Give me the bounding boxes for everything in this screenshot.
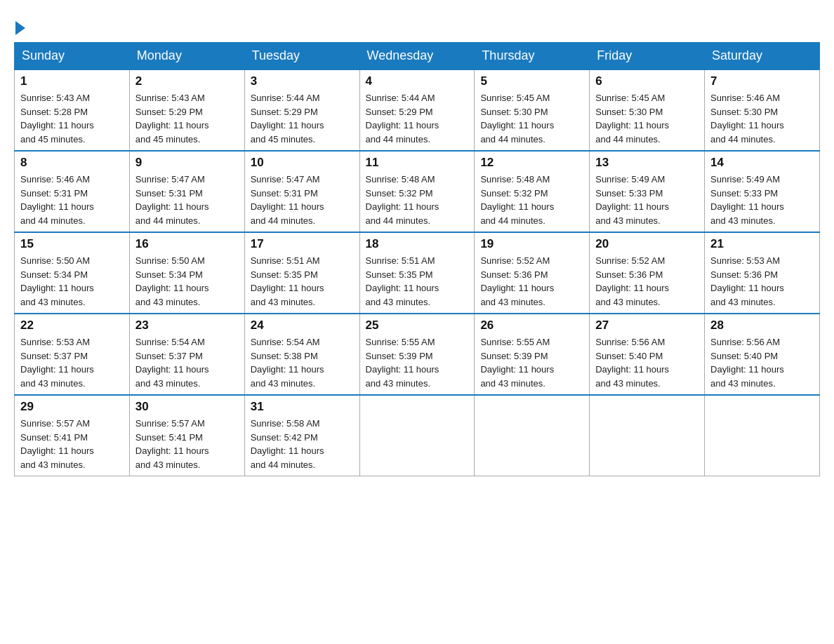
day-info: Sunrise: 5:44 AMSunset: 5:29 PMDaylight:… [366,91,469,146]
day-number: 3 [251,74,354,88]
day-info: Sunrise: 5:47 AMSunset: 5:31 PMDaylight:… [135,173,239,227]
day-info: Sunrise: 5:56 AMSunset: 5:40 PMDaylight:… [595,335,699,390]
calendar-cell [475,395,590,476]
weekday-header-monday: Monday [129,43,244,70]
day-info: Sunrise: 5:47 AMSunset: 5:31 PMDaylight:… [251,173,354,227]
calendar-cell: 23 Sunrise: 5:54 AMSunset: 5:37 PMDaylig… [129,314,244,395]
day-number: 20 [595,237,699,251]
page-header [14,14,820,35]
weekday-header-saturday: Saturday [705,43,820,70]
day-info: Sunrise: 5:57 AMSunset: 5:41 PMDaylight:… [20,417,124,471]
calendar-cell: 10 Sunrise: 5:47 AMSunset: 5:31 PMDaylig… [244,151,359,232]
day-info: Sunrise: 5:51 AMSunset: 5:35 PMDaylight:… [251,254,354,309]
calendar-cell: 11 Sunrise: 5:48 AMSunset: 5:32 PMDaylig… [359,151,475,232]
day-info: Sunrise: 5:55 AMSunset: 5:39 PMDaylight:… [366,335,469,390]
calendar-cell: 7 Sunrise: 5:46 AMSunset: 5:30 PMDayligh… [705,69,820,151]
calendar-cell [705,395,820,476]
day-number: 18 [366,237,469,251]
day-info: Sunrise: 5:54 AMSunset: 5:37 PMDaylight:… [135,335,239,390]
day-number: 14 [710,156,814,170]
calendar-cell: 18 Sunrise: 5:51 AMSunset: 5:35 PMDaylig… [359,232,475,314]
calendar-cell: 30 Sunrise: 5:57 AMSunset: 5:41 PMDaylig… [129,395,244,476]
calendar-week-row: 1 Sunrise: 5:43 AMSunset: 5:28 PMDayligh… [15,69,820,151]
calendar-cell: 20 Sunrise: 5:52 AMSunset: 5:36 PMDaylig… [590,232,705,314]
calendar-cell: 4 Sunrise: 5:44 AMSunset: 5:29 PMDayligh… [359,69,475,151]
day-info: Sunrise: 5:46 AMSunset: 5:30 PMDaylight:… [710,91,814,146]
day-number: 5 [480,74,583,88]
weekday-header-thursday: Thursday [475,43,590,70]
calendar-cell: 25 Sunrise: 5:55 AMSunset: 5:39 PMDaylig… [359,314,475,395]
day-number: 21 [710,237,814,251]
calendar-cell: 31 Sunrise: 5:58 AMSunset: 5:42 PMDaylig… [244,395,359,476]
calendar-cell: 17 Sunrise: 5:51 AMSunset: 5:35 PMDaylig… [244,232,359,314]
day-info: Sunrise: 5:51 AMSunset: 5:35 PMDaylight:… [366,254,469,309]
day-info: Sunrise: 5:56 AMSunset: 5:40 PMDaylight:… [710,335,814,390]
logo [14,14,25,35]
day-number: 17 [251,237,354,251]
calendar-cell: 28 Sunrise: 5:56 AMSunset: 5:40 PMDaylig… [705,314,820,395]
day-info: Sunrise: 5:52 AMSunset: 5:36 PMDaylight:… [595,254,699,309]
day-number: 19 [480,237,583,251]
calendar-cell: 8 Sunrise: 5:46 AMSunset: 5:31 PMDayligh… [15,151,130,232]
calendar-cell: 13 Sunrise: 5:49 AMSunset: 5:33 PMDaylig… [590,151,705,232]
calendar-cell: 3 Sunrise: 5:44 AMSunset: 5:29 PMDayligh… [244,69,359,151]
logo-general [14,21,25,35]
day-info: Sunrise: 5:43 AMSunset: 5:28 PMDaylight:… [20,91,124,146]
day-number: 26 [480,318,583,333]
day-number: 22 [20,318,124,333]
calendar-week-row: 8 Sunrise: 5:46 AMSunset: 5:31 PMDayligh… [15,151,820,232]
calendar-cell: 15 Sunrise: 5:50 AMSunset: 5:34 PMDaylig… [15,232,130,314]
day-info: Sunrise: 5:53 AMSunset: 5:37 PMDaylight:… [20,335,124,390]
calendar-cell: 16 Sunrise: 5:50 AMSunset: 5:34 PMDaylig… [129,232,244,314]
day-number: 2 [135,74,239,88]
day-info: Sunrise: 5:50 AMSunset: 5:34 PMDaylight:… [20,254,124,309]
calendar-cell: 6 Sunrise: 5:45 AMSunset: 5:30 PMDayligh… [590,69,705,151]
day-info: Sunrise: 5:49 AMSunset: 5:33 PMDaylight:… [710,173,814,227]
weekday-header-wednesday: Wednesday [359,43,475,70]
day-info: Sunrise: 5:54 AMSunset: 5:38 PMDaylight:… [251,335,354,390]
day-info: Sunrise: 5:44 AMSunset: 5:29 PMDaylight:… [251,91,354,146]
day-number: 31 [251,400,354,414]
day-info: Sunrise: 5:55 AMSunset: 5:39 PMDaylight:… [480,335,583,390]
day-number: 10 [251,156,354,170]
weekday-header-friday: Friday [590,43,705,70]
weekday-header-sunday: Sunday [15,43,130,70]
day-info: Sunrise: 5:52 AMSunset: 5:36 PMDaylight:… [480,254,583,309]
calendar-cell [359,395,475,476]
calendar-week-row: 29 Sunrise: 5:57 AMSunset: 5:41 PMDaylig… [15,395,820,476]
day-number: 4 [366,74,469,88]
day-number: 7 [710,74,814,88]
day-info: Sunrise: 5:43 AMSunset: 5:29 PMDaylight:… [135,91,239,146]
day-number: 1 [20,74,124,88]
day-info: Sunrise: 5:50 AMSunset: 5:34 PMDaylight:… [135,254,239,309]
day-number: 29 [20,400,124,414]
day-number: 15 [20,237,124,251]
calendar-week-row: 15 Sunrise: 5:50 AMSunset: 5:34 PMDaylig… [15,232,820,314]
calendar-cell: 21 Sunrise: 5:53 AMSunset: 5:36 PMDaylig… [705,232,820,314]
calendar-cell: 22 Sunrise: 5:53 AMSunset: 5:37 PMDaylig… [15,314,130,395]
day-info: Sunrise: 5:46 AMSunset: 5:31 PMDaylight:… [20,173,124,227]
day-number: 13 [595,156,699,170]
day-number: 11 [366,156,469,170]
day-info: Sunrise: 5:58 AMSunset: 5:42 PMDaylight:… [251,417,354,471]
day-number: 27 [595,318,699,333]
day-number: 9 [135,156,239,170]
day-number: 6 [595,74,699,88]
weekday-header-tuesday: Tuesday [244,43,359,70]
day-number: 24 [251,318,354,333]
calendar-cell: 27 Sunrise: 5:56 AMSunset: 5:40 PMDaylig… [590,314,705,395]
day-info: Sunrise: 5:49 AMSunset: 5:33 PMDaylight:… [595,173,699,227]
day-info: Sunrise: 5:45 AMSunset: 5:30 PMDaylight:… [595,91,699,146]
calendar-cell: 1 Sunrise: 5:43 AMSunset: 5:28 PMDayligh… [15,69,130,151]
calendar-cell: 24 Sunrise: 5:54 AMSunset: 5:38 PMDaylig… [244,314,359,395]
day-info: Sunrise: 5:48 AMSunset: 5:32 PMDaylight:… [366,173,469,227]
calendar-cell: 29 Sunrise: 5:57 AMSunset: 5:41 PMDaylig… [15,395,130,476]
day-number: 23 [135,318,239,333]
day-number: 28 [710,318,814,333]
calendar-cell: 5 Sunrise: 5:45 AMSunset: 5:30 PMDayligh… [475,69,590,151]
day-number: 25 [366,318,469,333]
calendar-table: SundayMondayTuesdayWednesdayThursdayFrid… [14,42,820,476]
calendar-cell: 19 Sunrise: 5:52 AMSunset: 5:36 PMDaylig… [475,232,590,314]
calendar-cell: 9 Sunrise: 5:47 AMSunset: 5:31 PMDayligh… [129,151,244,232]
day-info: Sunrise: 5:53 AMSunset: 5:36 PMDaylight:… [710,254,814,309]
